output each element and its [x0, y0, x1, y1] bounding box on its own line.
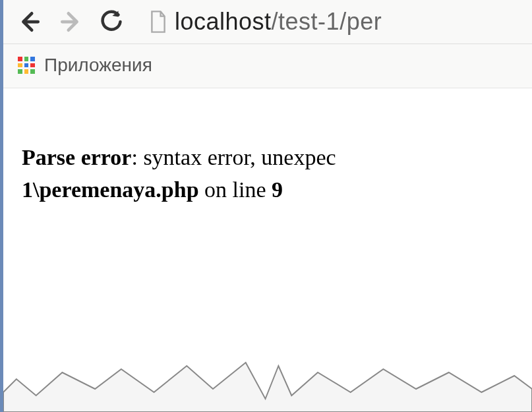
error-tail: on line: [199, 177, 272, 202]
url-text: localhost/test-1/per: [175, 8, 382, 36]
forward-button[interactable]: [57, 9, 84, 35]
bookmarks-bar: Приложения: [3, 44, 532, 88]
url-host: localhost: [175, 8, 272, 35]
toolbar: localhost/test-1/per: [3, 0, 532, 44]
back-button[interactable]: [16, 9, 43, 35]
error-line-1: Parse error: syntax error, unexpec: [22, 141, 514, 173]
apps-label[interactable]: Приложения: [44, 55, 152, 76]
apps-icon[interactable]: [18, 57, 35, 74]
error-message: : syntax error, unexpec: [131, 145, 336, 169]
page-content: Parse error: syntax error, unexpec 1\per…: [3, 88, 532, 206]
nav-buttons: [16, 9, 125, 35]
reload-button[interactable]: [98, 9, 125, 35]
error-prefix: Parse error: [22, 145, 131, 169]
browser-window: localhost/test-1/per Приложения Parse er…: [0, 0, 532, 412]
error-line-2: 1\peremenaya.php on line 9: [22, 173, 514, 206]
arrow-left-icon: [17, 9, 42, 34]
url-path: /test-1/per: [272, 8, 382, 35]
address-bar[interactable]: localhost/test-1/per: [148, 8, 519, 36]
error-line-number: 9: [272, 177, 283, 202]
torn-edge-decoration: [3, 353, 532, 412]
page-icon: [148, 10, 168, 34]
arrow-right-icon: [58, 9, 83, 34]
error-filepath: 1\peremenaya.php: [22, 177, 199, 202]
reload-icon: [100, 10, 123, 34]
